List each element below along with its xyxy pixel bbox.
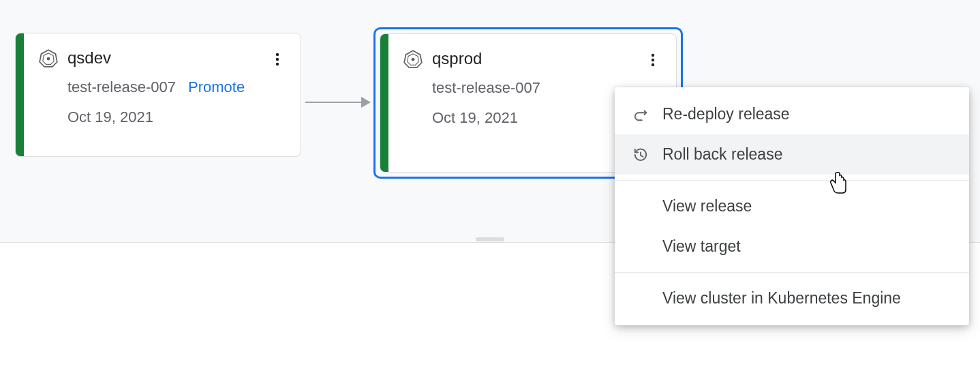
more-actions-button[interactable] <box>266 48 288 70</box>
history-icon <box>632 147 649 163</box>
menu-item-label: Roll back release <box>662 145 951 164</box>
more-actions-button[interactable] <box>642 49 664 71</box>
status-stripe <box>16 33 24 156</box>
release-name: test-release-007 <box>432 79 540 97</box>
menu-item-label: View cluster in Kubernetes Engine <box>662 289 951 308</box>
kubernetes-icon <box>39 48 58 68</box>
menu-item-rollback[interactable]: Roll back release <box>615 134 969 175</box>
status-stripe <box>380 34 388 172</box>
menu-item-view-cluster[interactable]: View cluster in Kubernetes Engine <box>615 278 969 318</box>
svg-point-10 <box>652 59 654 61</box>
menu-item-label: View release <box>662 197 951 216</box>
svg-point-4 <box>276 58 279 61</box>
svg-point-11 <box>652 63 654 66</box>
menu-item-label: View target <box>662 237 951 256</box>
more-vert-icon <box>269 51 286 68</box>
svg-point-2 <box>47 57 50 61</box>
pipeline-arrow <box>305 95 371 109</box>
pipeline-canvas: qsdev test-release-007 Promote Oct 19, 2… <box>0 0 980 242</box>
target-title: qsprod <box>432 49 482 68</box>
svg-point-8 <box>412 58 415 61</box>
target-title: qsdev <box>67 48 111 68</box>
kubernetes-icon <box>403 49 423 68</box>
svg-point-3 <box>276 53 279 56</box>
target-card-qsdev[interactable]: qsdev test-release-007 Promote Oct 19, 2… <box>15 33 301 157</box>
panel-drag-handle[interactable] <box>476 237 504 241</box>
release-name: test-release-007 <box>67 78 176 96</box>
svg-point-5 <box>276 63 279 65</box>
more-vert-icon <box>645 52 661 68</box>
menu-divider <box>615 180 969 181</box>
release-date: Oct 19, 2021 <box>67 108 284 126</box>
context-menu: Re-deploy release Roll back release View… <box>615 87 969 325</box>
promote-link[interactable]: Promote <box>188 78 245 96</box>
menu-item-redeploy[interactable]: Re-deploy release <box>615 94 969 134</box>
svg-point-9 <box>652 54 654 57</box>
menu-item-view-release[interactable]: View release <box>615 186 969 226</box>
menu-item-view-target[interactable]: View target <box>615 226 969 267</box>
redo-icon <box>632 106 649 123</box>
menu-item-label: Re-deploy release <box>662 105 951 123</box>
menu-divider <box>615 272 969 273</box>
